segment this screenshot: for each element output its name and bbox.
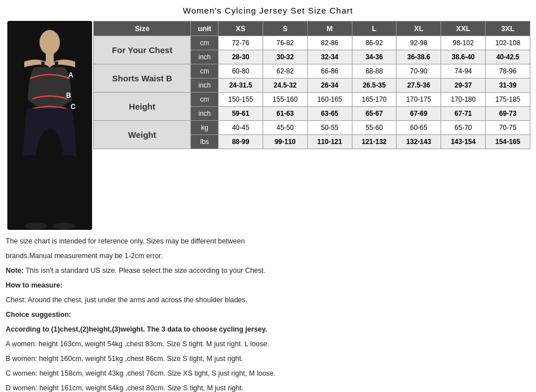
data-cell: 24.5-32 xyxy=(263,79,307,93)
data-cell: 70-75 xyxy=(486,121,530,135)
data-cell: 102-108 xyxy=(486,36,530,50)
data-cell: 55-60 xyxy=(352,121,396,135)
col-xl: XL xyxy=(396,21,441,36)
data-cell: 150-155 xyxy=(219,93,263,107)
row-label-1: Shorts Waist B xyxy=(94,64,191,93)
data-cell: 72-76 xyxy=(219,36,263,50)
example-2: C women: height 158cm, weight 43kg ,ches… xyxy=(6,368,530,379)
unit-cell: inch xyxy=(191,50,219,64)
example-1: B women: height 160cm, weight 51kg ,ches… xyxy=(6,353,530,364)
example-3: D women: height 161cm, weight 54kg ,ches… xyxy=(6,382,530,392)
data-cell: 82-86 xyxy=(307,36,352,50)
data-cell: 170-180 xyxy=(441,93,486,107)
data-cell: 170-175 xyxy=(396,93,441,107)
svg-rect-2 xyxy=(46,53,54,62)
page-title: Women's Cylcing Jersey Set Size Chart xyxy=(6,6,530,15)
data-cell: 32-34 xyxy=(307,50,352,64)
data-cell: 175-185 xyxy=(486,93,530,107)
how-text: Chest: Around the chest, just under the … xyxy=(6,294,530,306)
data-cell: 27.5-36 xyxy=(396,79,441,93)
data-cell: 60-65 xyxy=(396,121,441,135)
data-cell: 76-82 xyxy=(263,36,307,50)
svg-rect-9 xyxy=(51,155,76,226)
data-cell: 99-110 xyxy=(263,135,307,149)
svg-point-10 xyxy=(24,223,47,229)
data-cell: 65-70 xyxy=(441,121,486,135)
data-cell: 70-90 xyxy=(396,64,441,79)
model-image: A B C xyxy=(7,21,92,230)
unit-cell: inch xyxy=(191,79,219,93)
data-cell: 61-63 xyxy=(263,107,307,121)
note-line2: brands.Manual measurement may be 1-2cm e… xyxy=(6,250,530,262)
data-cell: 110-121 xyxy=(307,135,352,149)
data-cell: 45-50 xyxy=(263,121,307,135)
data-cell: 50-55 xyxy=(307,121,352,135)
col-unit: unit xyxy=(191,21,219,36)
data-cell: 160-165 xyxy=(307,93,352,107)
note-para: Note: This isn't a standard US size. Ple… xyxy=(6,265,530,276)
unit-cell: lbs xyxy=(191,135,219,149)
data-cell: 78-96 xyxy=(486,64,530,79)
svg-text:A: A xyxy=(68,71,73,79)
col-size: Size xyxy=(94,21,191,36)
data-cell: 29-37 xyxy=(441,79,486,93)
col-xs: XS xyxy=(219,21,263,36)
data-cell: 67-69 xyxy=(396,107,441,121)
how-para: How to measure: xyxy=(6,280,530,291)
data-cell: 154-165 xyxy=(486,135,530,149)
svg-text:B: B xyxy=(66,92,71,99)
size-table: Size unit XS S M L XL XXL 3XL For Your C… xyxy=(93,21,530,149)
note-text: This isn't a standard US size. Please se… xyxy=(24,267,265,275)
col-s: S xyxy=(263,21,307,36)
choice-text: According to (1)chest,(2)height,(3)weigh… xyxy=(6,324,530,335)
notes-section: The size chart is intended for reference… xyxy=(6,236,530,392)
row-label-3: Weight xyxy=(94,121,191,149)
data-cell: 26.5-35 xyxy=(352,79,396,93)
data-cell: 60-80 xyxy=(219,64,263,79)
data-cell: 38.6-40 xyxy=(441,50,486,64)
col-l: L xyxy=(352,21,396,36)
data-cell: 132-143 xyxy=(396,135,441,149)
choice-para: Choice suggestion: xyxy=(6,309,530,320)
table-side: Size unit XS S M L XL XXL 3XL For Your C… xyxy=(93,21,530,230)
data-cell: 67-71 xyxy=(441,107,486,121)
data-cell: 88-99 xyxy=(219,135,263,149)
data-cell: 143-154 xyxy=(441,135,486,149)
note-label: Note: xyxy=(6,267,24,275)
data-cell: 30-32 xyxy=(263,50,307,64)
data-cell: 24-31.5 xyxy=(219,79,263,93)
data-cell: 69-73 xyxy=(486,107,530,121)
data-cell: 66-86 xyxy=(307,64,352,79)
image-side: A B C xyxy=(6,21,93,230)
svg-point-1 xyxy=(40,30,60,55)
unit-cell: inch xyxy=(191,107,219,121)
data-cell: 62-82 xyxy=(263,64,307,79)
data-cell: 28-30 xyxy=(219,50,263,64)
data-cell: 155-160 xyxy=(263,93,307,107)
unit-cell: cm xyxy=(191,93,219,107)
data-cell: 68-88 xyxy=(352,64,396,79)
data-cell: 36-38.6 xyxy=(396,50,441,64)
col-xxl: XXL xyxy=(441,21,486,36)
data-cell: 74-94 xyxy=(441,64,486,79)
choice-label: Choice suggestion: xyxy=(6,311,71,319)
row-label-2: Height xyxy=(94,93,191,121)
data-cell: 63-65 xyxy=(307,107,352,121)
data-cell: 59-61 xyxy=(219,107,263,121)
unit-cell: cm xyxy=(191,36,219,50)
svg-rect-8 xyxy=(23,155,48,226)
col-m: M xyxy=(307,21,352,36)
col-3xl: 3XL xyxy=(486,21,530,36)
data-cell: 86-92 xyxy=(352,36,396,50)
note-line1: The size chart is intended for reference… xyxy=(6,236,530,247)
data-cell: 26-34 xyxy=(307,79,352,93)
data-cell: 34-36 xyxy=(352,50,396,64)
svg-point-11 xyxy=(53,223,75,229)
how-label: How to measure: xyxy=(6,281,63,289)
data-cell: 92-98 xyxy=(396,36,441,50)
data-cell: 40-45 xyxy=(219,121,263,135)
unit-cell: kg xyxy=(191,121,219,135)
data-cell: 98-102 xyxy=(441,36,486,50)
example-0: A women: height 163cm, weight 54kg ,ches… xyxy=(6,338,530,350)
data-cell: 40-42.5 xyxy=(486,50,530,64)
